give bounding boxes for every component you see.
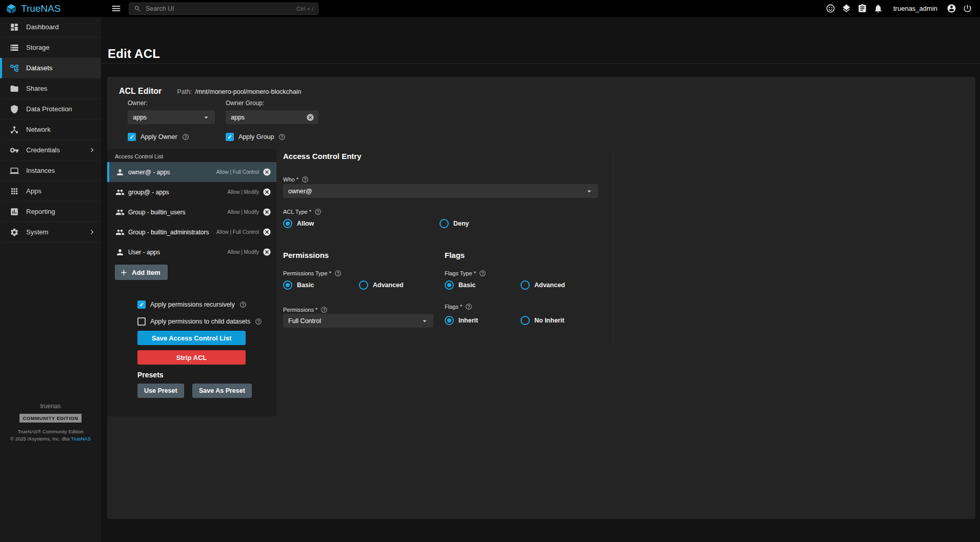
clipboard-icon	[857, 4, 867, 13]
sidebar-item-shares[interactable]: Shares	[0, 78, 101, 99]
permissions-label-row: Permissions *	[283, 306, 328, 313]
remove-entry-icon[interactable]	[263, 188, 271, 196]
apply-owner-row: Apply Owner	[128, 133, 215, 141]
apply-recursively-checkbox[interactable]	[137, 300, 146, 309]
help-icon[interactable]	[465, 303, 472, 310]
who-select[interactable]: owner@	[283, 184, 598, 198]
acl-entry-permission: Allow | Modify	[227, 209, 259, 215]
help-icon[interactable]	[182, 133, 189, 140]
radio-circle	[445, 280, 454, 290]
help-icon[interactable]	[334, 270, 342, 277]
person-icon	[115, 248, 125, 257]
flags-label-row: Flags *	[445, 303, 472, 310]
sidebar-item-credentials[interactable]: Credentials	[0, 140, 101, 160]
save-acl-button[interactable]: Save Access Control List	[137, 331, 246, 345]
apply-to-children-row: Apply permissions to child datasets	[137, 317, 262, 326]
apply-group-checkbox[interactable]	[226, 133, 234, 141]
topbar-actions: truenas_admin	[826, 4, 980, 13]
owner-select[interactable]: apps	[128, 110, 215, 124]
acl-editor-card: ACL Editor Path: /mnt/monero-pool/monero…	[107, 77, 975, 519]
help-icon[interactable]	[278, 133, 286, 140]
search-input[interactable]	[145, 5, 293, 13]
sidebar-item-system[interactable]: System	[0, 222, 101, 243]
hostname: truenas	[0, 403, 101, 410]
user-menu-button[interactable]	[947, 4, 956, 13]
help-icon[interactable]	[302, 176, 309, 183]
acl-rows: owner@ - apps Allow | Full Control group…	[107, 162, 276, 262]
access-control-entry-pane: Access Control Entry Who * owner@ ACL Ty…	[283, 149, 965, 519]
acl-entry-row[interactable]: owner@ - apps Allow | Full Control	[107, 162, 276, 182]
acl-type-allow-radio[interactable]: Allow	[283, 219, 314, 228]
help-icon[interactable]	[479, 270, 486, 277]
permissions-type-basic-radio[interactable]: Basic	[283, 280, 314, 290]
search-icon	[134, 5, 141, 12]
group-icon	[115, 208, 125, 217]
group-icon	[115, 188, 125, 197]
remove-entry-icon[interactable]	[263, 208, 271, 216]
dropdown-arrow-icon	[202, 113, 211, 122]
remove-entry-icon[interactable]	[263, 248, 271, 256]
acl-entry-row[interactable]: group@ - apps Allow | Modify	[107, 182, 276, 202]
alerts-button[interactable]	[873, 4, 883, 13]
truenas-link[interactable]: TrueNAS	[71, 436, 91, 441]
menu-icon	[111, 3, 122, 14]
sidebar-item-data-protection[interactable]: Data Protection	[0, 99, 101, 119]
acl-list-panel: Access Control List owner@ - apps Allow …	[107, 149, 276, 416]
save-as-preset-button[interactable]: Save As Preset	[192, 384, 252, 398]
help-icon[interactable]	[239, 301, 247, 308]
acl-entry-row[interactable]: Group - builtin_users Allow | Modify	[107, 202, 276, 222]
owner-label: Owner:	[128, 99, 215, 107]
jobs-button[interactable]	[857, 4, 867, 13]
flags-inherit-radio[interactable]: Inherit	[445, 316, 478, 325]
apply-to-children-checkbox[interactable]	[137, 317, 146, 326]
help-icon[interactable]	[314, 208, 322, 215]
sidebar-item-datasets[interactable]: Datasets	[0, 58, 101, 78]
permissions-type-advanced-radio[interactable]: Advanced	[359, 280, 404, 290]
strip-acl-button[interactable]: Strip ACL	[137, 350, 246, 365]
flags-type-basic-radio[interactable]: Basic	[445, 280, 475, 290]
dropdown-arrow-icon	[420, 316, 429, 326]
use-preset-button[interactable]: Use Preset	[137, 384, 184, 398]
instances-laptop-icon	[10, 166, 19, 175]
dashboard-icon	[10, 23, 19, 32]
flags-no-inherit-radio[interactable]: No Inherit	[521, 316, 564, 325]
apply-owner-checkbox[interactable]	[128, 133, 136, 141]
clear-input-icon[interactable]	[306, 113, 314, 122]
power-button[interactable]	[963, 4, 972, 13]
sidebar-item-reporting[interactable]: Reporting	[0, 202, 101, 222]
permissions-select[interactable]: Full Control	[283, 314, 433, 328]
truecommand-button[interactable]	[842, 4, 851, 13]
sidebar-item-apps[interactable]: Apps	[0, 181, 101, 202]
acl-entry-row[interactable]: User - apps Allow | Modify	[107, 242, 276, 262]
flags-type-advanced-radio[interactable]: Advanced	[521, 280, 565, 290]
sidebar-item-instances[interactable]: Instances	[0, 160, 101, 181]
acl-entry-row[interactable]: Group - builtin_administrators Allow | F…	[107, 222, 276, 242]
dataset-path: Path: /mnt/monero-pool/monero-blockchain	[177, 88, 301, 95]
flags-heading: Flags	[445, 251, 465, 259]
remove-entry-icon[interactable]	[263, 168, 271, 176]
acl-entry-who: Group - builtin_administrators	[128, 229, 213, 236]
help-icon[interactable]	[321, 306, 328, 313]
remove-entry-icon[interactable]	[263, 228, 271, 236]
page-title: Edit ACL	[108, 47, 160, 61]
acl-entry-who: owner@ - apps	[128, 169, 213, 176]
acl-list-heading: Access Control List	[115, 153, 163, 159]
sidebar-item-storage[interactable]: Storage	[0, 37, 101, 58]
radio-circle	[521, 316, 530, 325]
help-icon[interactable]	[255, 318, 262, 325]
brand[interactable]: TrueNAS	[0, 3, 107, 14]
apps-grid-icon	[10, 187, 19, 196]
presets-heading: Presets	[137, 371, 164, 379]
owner-group-input[interactable]: apps	[226, 110, 318, 124]
sidenav-toggle-button[interactable]	[111, 3, 122, 14]
edition-badge: COMMUNITY EDITION	[19, 414, 81, 423]
acl-editor-heading: ACL Editor	[119, 87, 162, 96]
feedback-button[interactable]	[826, 4, 835, 13]
acl-type-deny-radio[interactable]: Deny	[439, 219, 469, 228]
sidebar-item-network[interactable]: Network	[0, 119, 101, 140]
acl-editor-header: ACL Editor Path: /mnt/monero-pool/monero…	[119, 87, 302, 96]
sidebar-item-dashboard[interactable]: Dashboard	[0, 17, 101, 37]
shares-folder-icon	[10, 84, 19, 93]
search-shortcut-hint: Ctrl + /	[296, 6, 313, 12]
add-item-button[interactable]: Add Item	[115, 265, 168, 280]
